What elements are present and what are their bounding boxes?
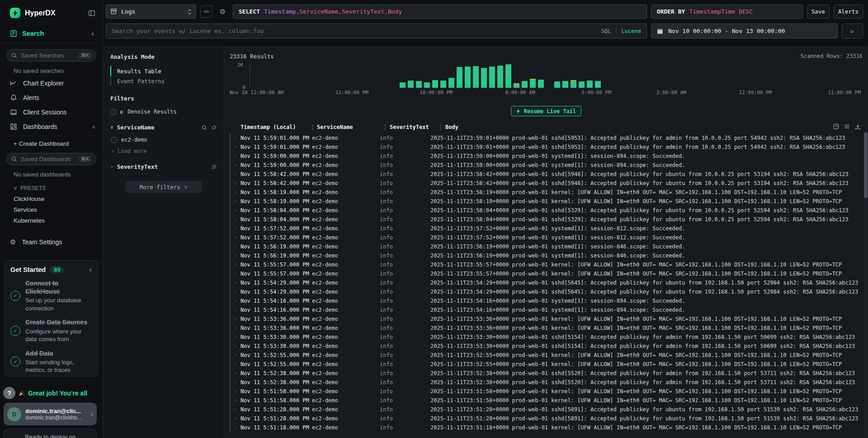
row-expand-icon[interactable]: › (231, 405, 241, 414)
table-row[interactable]: ›Nov 11 5:53:30.000 PMec2-demoinfo2025-1… (230, 342, 863, 351)
row-expand-icon[interactable]: › (231, 251, 241, 260)
ec2-demo-checkbox[interactable] (111, 137, 117, 143)
table-row[interactable]: ›Nov 11 5:58:42.000 PMec2-demoinfo2025-1… (230, 179, 863, 188)
table-row[interactable]: ›Nov 11 5:52:38.000 PMec2-demoinfo2025-1… (230, 369, 863, 378)
chart-bar[interactable] (489, 67, 495, 88)
chart-bar[interactable] (400, 82, 406, 88)
table-row[interactable]: ›Nov 11 5:53:36.000 PMec2-demoinfo2025-1… (230, 314, 863, 324)
run-query-button[interactable]: ▷ (842, 24, 863, 38)
table-row[interactable]: ›Nov 11 5:58:19.000 PMec2-demoinfo2025-1… (230, 188, 863, 197)
row-expand-icon[interactable]: › (231, 378, 241, 387)
table-row[interactable]: ›Nov 11 5:56:19.000 PMec2-demoinfo2025-1… (230, 242, 863, 251)
table-row[interactable]: ›Nov 11 5:51:28.000 PMec2-demoinfo2025-1… (230, 405, 863, 414)
get-started-item[interactable]: ✓Connect to ClickHouseSet up your databa… (10, 279, 92, 312)
row-expand-icon[interactable]: › (231, 233, 241, 242)
chart-bar[interactable] (465, 67, 471, 88)
chart-bar[interactable] (416, 81, 422, 88)
row-expand-icon[interactable]: › (231, 179, 241, 188)
row-expand-icon[interactable]: › (231, 224, 241, 233)
chevron-up-icon[interactable]: ∧ (89, 267, 92, 273)
table-row[interactable]: ›Nov 11 5:59:01.000 PMec2-demoinfo2025-1… (230, 143, 863, 152)
row-expand-icon[interactable]: › (231, 287, 241, 296)
row-expand-icon[interactable]: › (231, 161, 241, 170)
sidebar-item-alerts[interactable]: Alerts (0, 90, 103, 105)
sidebar-item-client-sessions[interactable]: Client Sessions (0, 105, 103, 119)
row-expand-icon[interactable]: › (231, 324, 241, 333)
load-more-button[interactable]: › Load more (111, 148, 217, 154)
date-range-picker[interactable]: Nov 10 00:00:00 - Nov 13 00:00:00 (651, 24, 838, 38)
chart-bar[interactable] (424, 82, 430, 88)
chart-bar[interactable] (530, 79, 536, 88)
presets-toggle[interactable]: ∨ PRESETS (0, 180, 103, 191)
denoise-checkbox[interactable] (110, 109, 116, 115)
chart-bar[interactable] (587, 81, 593, 88)
chart-bar[interactable] (432, 80, 438, 88)
saved-searches-field[interactable] (21, 52, 71, 59)
download-icon[interactable] (855, 124, 861, 129)
table-row[interactable]: ›Nov 11 5:59:00.000 PMec2-demoinfo2025-1… (230, 152, 863, 161)
chart-bar[interactable] (571, 80, 576, 88)
table-row[interactable]: ›Nov 11 5:53:36.000 PMec2-demoinfo2025-1… (230, 324, 863, 333)
select-columns-input[interactable]: SELECT Timestamp ,ServiceName,SeverityTe… (233, 5, 647, 19)
create-dashboard-button[interactable]: + Create Dashboard (0, 136, 103, 147)
order-by-input[interactable]: ORDER BY TimestampTime DESC (651, 5, 803, 19)
row-expand-icon[interactable]: › (231, 314, 241, 324)
table-row[interactable]: ›Nov 11 5:51:58.000 PMec2-demoinfo2025-1… (230, 387, 863, 396)
chart-bar[interactable] (448, 78, 454, 88)
row-expand-icon[interactable]: › (231, 152, 241, 161)
sidebar-preset-item[interactable]: Services (0, 202, 103, 213)
column-header[interactable]: Body (445, 124, 863, 130)
chart-bar[interactable] (554, 81, 560, 88)
chart-bar[interactable] (473, 66, 479, 88)
table-row[interactable]: ›Nov 11 5:59:00.000 PMec2-demoinfo2025-1… (230, 161, 863, 170)
chart-bar[interactable] (481, 68, 487, 88)
row-expand-icon[interactable]: › (231, 396, 241, 405)
column-resize-handle[interactable] (385, 124, 386, 130)
column-resize-handle[interactable] (440, 124, 441, 130)
save-button[interactable]: Save (807, 5, 830, 19)
table-row[interactable]: ›Nov 11 5:54:29.000 PMec2-demoinfo2025-1… (230, 287, 863, 296)
chart-bar[interactable] (538, 80, 544, 88)
column-header[interactable]: ServiceName (317, 124, 385, 130)
row-expand-icon[interactable]: › (231, 215, 241, 224)
row-expand-icon[interactable]: › (231, 242, 241, 251)
row-expand-icon[interactable]: › (231, 414, 241, 423)
row-expand-icon[interactable]: › (231, 188, 241, 197)
table-row[interactable]: ›Nov 11 5:52:38.000 PMec2-demoinfo2025-1… (230, 378, 863, 387)
mode-event-patterns[interactable]: Event Patterns (110, 76, 217, 86)
sidebar-item-search[interactable]: Search ∧ (0, 25, 103, 43)
row-expand-icon[interactable]: › (231, 260, 241, 269)
lucene-search-box[interactable]: SQL | Lucene (106, 24, 647, 38)
pin-icon[interactable] (211, 125, 217, 130)
row-expand-icon[interactable]: › (231, 360, 241, 369)
column-header[interactable]: SeverityText (390, 124, 440, 130)
chart-bar[interactable] (457, 67, 462, 88)
table-row[interactable]: ›Nov 11 5:58:42.000 PMec2-demoinfo2025-1… (230, 170, 863, 179)
table-row[interactable]: ›Nov 11 5:54:29.000 PMec2-demoinfo2025-1… (230, 278, 863, 287)
table-row[interactable]: ›Nov 11 5:51:18.000 PMec2-demoinfo2025-1… (230, 423, 863, 432)
user-menu[interactable]: D dominic.tran@clic... dominic.tran@clic… (4, 403, 97, 425)
table-row[interactable]: ›Nov 11 5:54:16.000 PMec2-demoinfo2025-1… (230, 296, 863, 305)
table-row[interactable]: ›Nov 11 5:51:58.000 PMec2-demoinfo2025-1… (230, 396, 863, 405)
deploy-note[interactable]: Ready to deploy on (4, 429, 97, 438)
row-expand-icon[interactable]: › (231, 206, 241, 215)
get-started-header[interactable]: Get Started 3/3 ∧ (10, 266, 92, 273)
saved-searches-input[interactable]: ⌘K (6, 49, 96, 62)
chart-bar[interactable] (505, 64, 511, 88)
table-row[interactable]: ›Nov 11 5:54:16.000 PMec2-demoinfo2025-1… (230, 305, 863, 314)
search-input[interactable] (112, 28, 598, 34)
column-header[interactable]: Timestamp (Local) (241, 124, 312, 130)
filter-search-icon[interactable] (202, 125, 207, 130)
pin-icon[interactable] (211, 164, 217, 170)
expand-table-icon[interactable] (833, 124, 839, 129)
table-row[interactable]: ›Nov 11 5:59:01.000 PMec2-demoinfo2025-1… (230, 133, 863, 143)
table-row[interactable]: ›Nov 11 5:55:57.000 PMec2-demoinfo2025-1… (230, 260, 863, 269)
saved-dashboards-field[interactable] (21, 156, 71, 162)
row-expand-icon[interactable]: › (231, 170, 241, 179)
saved-dashboards-input[interactable]: ⌘K (6, 153, 96, 165)
scrollbar-thumb[interactable] (864, 132, 868, 198)
mode-results-table[interactable]: Results Table (110, 66, 217, 76)
chart-bar[interactable] (497, 66, 503, 88)
row-expand-icon[interactable]: › (231, 133, 241, 143)
get-started-item[interactable]: ✓Create Data SourcesConfigure where your… (10, 318, 92, 343)
